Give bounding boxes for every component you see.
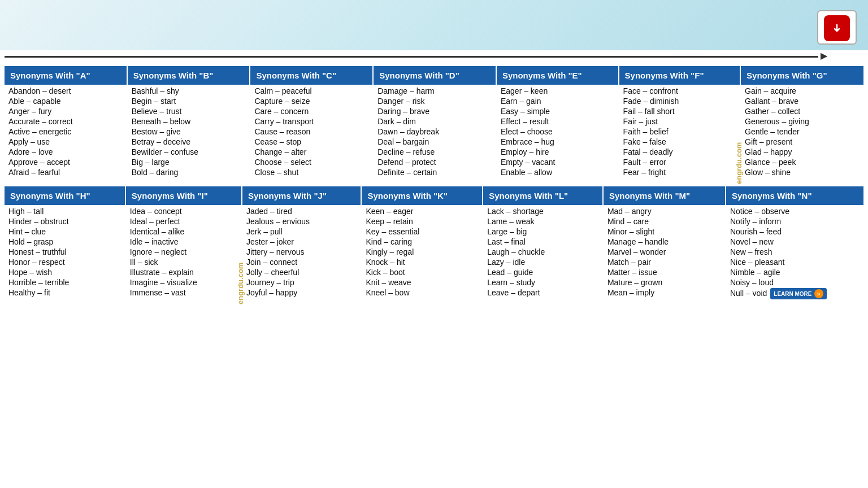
synonym-cell: Gentle – tender [740, 127, 864, 137]
synonym-cell: Gift – present [740, 137, 864, 147]
word-pair: Jittery – nervous [246, 247, 305, 256]
synonym-cell: Hint – clue [4, 226, 125, 237]
word-pair: Jealous – envious [246, 217, 310, 226]
synonym-cell: Hold – grasp [4, 237, 125, 247]
pdf-download-icon [824, 15, 850, 41]
word-pair: Hold – grasp [8, 237, 53, 246]
word-pair: Easy – simple [501, 107, 550, 116]
learn-more-button[interactable]: LEARN MORE» [770, 288, 826, 299]
synonym-cell: Gallant – brave [740, 96, 864, 106]
synonym-cell: Honor – respect [4, 257, 125, 267]
synonym-cell: Keep – retain [361, 216, 483, 226]
word-pair: Matter – issue [607, 268, 657, 277]
col-header-e: Synonyms With "E" [496, 66, 619, 85]
synonym-cell: Glance – peek [740, 157, 864, 167]
synonym-cell: Elect – choose [496, 127, 619, 137]
synonym-cell: Beneath – below [127, 116, 250, 127]
word-pair: Active – energetic [8, 127, 71, 136]
word-pair: Nice – pleasant [730, 258, 785, 267]
synonym-cell: Minor – slight [603, 226, 726, 237]
synonym-cell: Begin – start [127, 96, 250, 106]
col-header-c: Synonyms With "C" [250, 66, 373, 85]
word-pair: Abandon – desert [8, 86, 71, 95]
synonym-cell: Dawn – daybreak [373, 127, 496, 137]
word-pair: Kingly – regal [366, 247, 414, 256]
synonym-cell: Employ – hire [496, 147, 619, 157]
synonym-cell: Effect – result [496, 116, 619, 127]
synonym-cell: Easy – simple [496, 106, 619, 116]
word-pair: Embrace – hug [501, 137, 554, 146]
synonym-cell: Ideal – perfect [125, 216, 242, 226]
word-pair: Bashful – shy [132, 86, 179, 95]
table-row: Anger – furyBelieve – trustCare – concer… [4, 106, 864, 116]
synonym-cell: Kneel – bow [361, 287, 483, 300]
synonym-cell: Key – essential [361, 226, 483, 237]
synonym-cell: Marvel – wonder [603, 247, 726, 257]
synonym-cell: Fade – diminish [619, 96, 741, 106]
col-header-b: Synonyms With "B" [127, 66, 250, 85]
divider: ▶ [5, 56, 863, 65]
table-row: Honor – respectIll – sickJoin – connectK… [4, 257, 864, 267]
synonym-cell: Cause – reason [250, 127, 373, 137]
word-pair: High – tall [8, 207, 44, 216]
word-pair: Definite – certain [377, 168, 437, 177]
word-pair: Notify – inform [730, 217, 781, 226]
col-header-n: Synonyms With "N" [726, 186, 864, 206]
word-pair: Notice – observe [730, 207, 789, 216]
word-pair: Marvel – wonder [607, 247, 666, 256]
word-pair: Last – final [487, 237, 526, 246]
table-row: Hint – clueIdentical – alikeJerk – pullK… [4, 226, 864, 237]
word-pair: Fear – fright [623, 168, 666, 177]
synonym-cell: Last – final [483, 237, 603, 247]
table-row: Hope – wishIllustrate – explainJolly – c… [4, 267, 864, 277]
word-pair: Dark – dim [377, 117, 416, 126]
synonym-cell: Care – concern [250, 106, 373, 116]
word-pair: Gallant – brave [745, 97, 798, 106]
word-pair: Care – concern [254, 107, 309, 116]
synonym-cell: Mind – care [603, 216, 726, 226]
synonym-cell: Bewilder – confuse [127, 147, 250, 157]
table-row: Accurate – correctBeneath – belowCarry –… [4, 116, 864, 127]
word-pair: Eager – keen [501, 86, 548, 95]
word-pair: Identical – alike [130, 227, 185, 236]
synonym-cell: Kingly – regal [361, 247, 483, 257]
synonym-cell: Matter – issue [603, 267, 726, 277]
synonym-cell: Kind – caring [361, 237, 483, 247]
word-pair: Deal – bargain [377, 137, 429, 146]
word-pair: Honor – respect [8, 258, 65, 267]
synonym-cell: Jittery – nervous [242, 247, 362, 257]
word-pair: Fair – just [623, 117, 658, 126]
word-pair: Dawn – daybreak [377, 127, 439, 136]
synonym-cell: Hope – wish [4, 267, 125, 277]
word-pair: Capture – seize [254, 97, 310, 106]
synonym-cell: Knock – hit [361, 257, 483, 267]
pdf-download-badge[interactable] [817, 10, 857, 45]
word-pair: Jolly – cheerful [246, 268, 299, 277]
synonym-cell: Nice – pleasant [726, 257, 864, 267]
synonym-cell: Notify – inform [726, 216, 864, 226]
table-row: Horrible – terribleImagine – visualizeJo… [4, 277, 864, 287]
word-pair: Faith – belief [623, 127, 669, 136]
synonym-cell: Able – capable [4, 96, 127, 106]
word-pair: Fault – error [623, 158, 666, 167]
synonym-cell: Imagine – visualize [125, 277, 242, 287]
word-pair: Horrible – terrible [8, 278, 69, 287]
divider-line: ▶ [5, 56, 818, 58]
word-pair: Gift – present [745, 137, 792, 146]
synonym-cell: Defend – protect [373, 157, 496, 167]
word-pair: Lazy – idle [487, 258, 525, 267]
word-pair: Afraid – fearful [8, 168, 60, 177]
synonym-cell: Eager – keen [496, 85, 619, 96]
word-pair: Danger – risk [377, 97, 424, 106]
word-pair: Generous – giving [745, 117, 809, 126]
word-pair: Close – shut [254, 168, 298, 177]
synonym-cell: Close – shut [250, 167, 373, 177]
word-pair: Ignore – neglect [130, 247, 186, 256]
synonym-cell: Novel – new [726, 237, 864, 247]
synonym-cell: Jerk – pull [242, 226, 362, 237]
table-row: Apply – useBetray – deceiveCease – stopD… [4, 137, 864, 147]
word-pair: Elect – choose [501, 127, 553, 136]
header-row-1: Synonyms With "A" Synonyms With "B" Syno… [4, 66, 864, 85]
word-pair: Effect – result [501, 117, 549, 126]
word-pair: Glad – happy [745, 147, 792, 156]
